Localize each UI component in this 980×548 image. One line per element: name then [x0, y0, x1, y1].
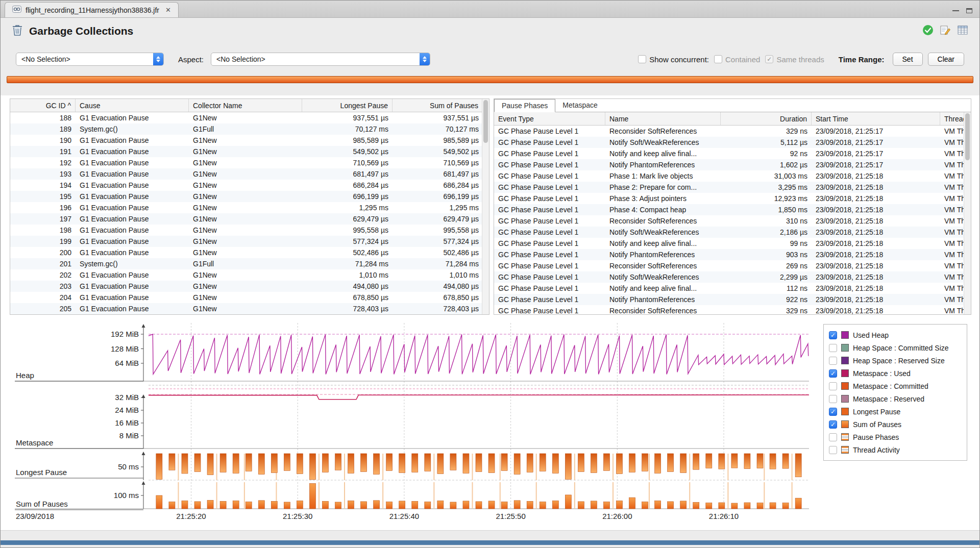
column-header[interactable]: GC ID ^ [10, 99, 76, 112]
svg-text:64 MiB: 64 MiB [115, 359, 139, 367]
time-range-bar[interactable] [7, 76, 973, 83]
svg-text:24 MiB: 24 MiB [115, 406, 139, 414]
table-cell: G1 Evacuation Pause [76, 269, 189, 281]
phases-tab-bar: Pause PhasesMetaspace [494, 99, 971, 112]
column-header[interactable]: Event Type [494, 112, 605, 125]
table-row[interactable]: GC Phase Pause Level 1Reconsider SoftRef… [494, 260, 964, 271]
table-row[interactable]: GC Phase Pause Level 1Notify PhantomRefe… [494, 249, 964, 260]
table-row[interactable]: GC Phase Pause Level 1Notify and keep al… [494, 238, 964, 249]
table-row[interactable]: GC Phase Pause Level 1Phase 1: Mark live… [494, 170, 964, 182]
table-row[interactable]: 200G1 Evacuation PauseG1New502,486 µs502… [10, 247, 482, 258]
table-cell: 494,080 µs [393, 281, 482, 292]
legend-checkbox[interactable] [829, 433, 837, 441]
scrollbar-thumb[interactable] [483, 100, 488, 143]
contained-checkbox[interactable] [714, 55, 722, 63]
table-row[interactable]: GC Phase Pause Level 1Notify and keep al… [494, 283, 964, 294]
table-row[interactable]: 203G1 Evacuation PauseG1New494,080 µs494… [10, 281, 482, 292]
table-row[interactable]: GC Phase Pause Level 1Phase 2: Prepare f… [494, 182, 964, 193]
legend-label: Metaspace : Committed [853, 382, 928, 390]
column-header[interactable]: Cause [76, 99, 189, 112]
table-row[interactable]: GC Phase Pause Level 1Phase 4: Compact h… [494, 204, 964, 215]
table-cell: 577,324 µs [302, 236, 393, 247]
table-cell: G1New [189, 236, 302, 247]
table-row[interactable]: 190G1 Evacuation PauseG1New985,589 µs985… [10, 135, 482, 146]
table-row[interactable]: 205G1 Evacuation PauseG1New728,403 µs728… [10, 303, 482, 314]
table-row[interactable]: GC Phase Pause Level 1Reconsider SoftRef… [494, 126, 964, 137]
legend-label: Metaspace : Reserved [853, 395, 924, 403]
maximize-icon[interactable] [966, 8, 972, 13]
table-cell: 629,479 µs [302, 213, 393, 225]
clear-button[interactable]: Clear [928, 53, 964, 66]
table-row[interactable]: 204G1 Evacuation PauseG1New678,850 µs678… [10, 292, 482, 303]
legend-checkbox[interactable] [829, 382, 837, 390]
legend-checkbox[interactable] [829, 446, 837, 454]
column-header[interactable]: Thread [940, 112, 965, 125]
column-header[interactable]: Collector Name [189, 99, 302, 112]
minimize-icon[interactable] [952, 10, 959, 11]
legend-checkbox[interactable]: ✓ [829, 408, 837, 416]
table-row[interactable]: 201System.gc()G1Full71,284 ms71,284 ms [10, 258, 482, 269]
phases-table-scrollbar[interactable] [964, 112, 971, 314]
aspect-dropdown[interactable]: <No Selection> [211, 53, 430, 66]
table-row[interactable]: 197G1 Evacuation PauseG1New629,479 µs629… [10, 213, 482, 225]
tab-metaspace[interactable]: Metaspace [555, 99, 604, 112]
column-header[interactable]: Longest Pause [302, 99, 393, 112]
table-row[interactable]: GC Phase Pause Level 1Reconsider SoftRef… [494, 215, 964, 227]
ok-status-icon[interactable] [922, 24, 934, 38]
table-view-icon[interactable] [957, 24, 968, 38]
table-cell: 23/09/2018, 21:25:17 [812, 137, 940, 148]
table-row[interactable]: GC Phase Pause Level 1Notify Soft/WeakRe… [494, 227, 964, 238]
table-row[interactable]: 194G1 Evacuation PauseG1New686,284 µs686… [10, 180, 482, 191]
legend-item: Heap Space : Committed Size [829, 341, 962, 354]
gc-chart[interactable]: HeapMetaspaceLongest PauseSum of Pauses1… [10, 320, 817, 521]
column-header[interactable]: Name [605, 112, 721, 125]
table-row[interactable]: GC Phase Pause Level 1Reconsider SoftRef… [494, 305, 964, 314]
legend-checkbox[interactable] [829, 357, 837, 365]
table-row[interactable]: 198G1 Evacuation PauseG1New995,558 µs995… [10, 225, 482, 236]
legend-checkbox[interactable]: ✓ [829, 369, 837, 378]
same-threads-checkbox[interactable]: ✓ [765, 55, 773, 63]
column-header[interactable]: Duration [721, 112, 812, 125]
table-row[interactable]: 202G1 Evacuation PauseG1New1,010 ms1,010… [10, 269, 482, 281]
table-row[interactable]: GC Phase Pause Level 1Notify PhantomRefe… [494, 159, 964, 170]
gc-filter-dropdown[interactable]: <No Selection> [16, 53, 164, 66]
table-row[interactable]: GC Phase Pause Level 1Notify and keep al… [494, 148, 964, 159]
table-row[interactable]: GC Phase Pause Level 1Notify Soft/WeakRe… [494, 137, 964, 148]
column-header[interactable]: Start Time [812, 112, 940, 125]
table-row[interactable]: 188G1 Evacuation PauseG1New937,551 µs937… [10, 112, 482, 123]
legend-checkbox[interactable] [829, 395, 837, 403]
table-cell: Reconsider SoftReferences [605, 126, 721, 137]
editor-tab-flight-recording[interactable]: flight_recording_11Harnessjython38836.jf… [5, 2, 179, 17]
table-row[interactable]: 193G1 Evacuation PauseG1New681,497 µs681… [10, 168, 482, 180]
table-row[interactable]: 196G1 Evacuation PauseG1New1,295 ms1,295… [10, 202, 482, 213]
table-cell: 31,003 ms [721, 170, 812, 182]
legend-checkbox[interactable] [829, 344, 837, 352]
scrollbar-thumb[interactable] [965, 113, 970, 160]
legend-checkbox[interactable]: ✓ [829, 420, 837, 429]
table-row[interactable]: 192G1 Evacuation PauseG1New710,569 µs710… [10, 157, 482, 168]
table-cell: 985,589 µs [393, 135, 482, 146]
table-row[interactable]: GC Phase Pause Level 1Notify Soft/WeakRe… [494, 271, 964, 283]
table-cell: G1New [189, 180, 302, 191]
table-row[interactable]: GC Phase Pause Level 1Notify PhantomRefe… [494, 294, 964, 305]
legend-checkbox[interactable]: ✓ [829, 331, 837, 339]
gc-table-scrollbar[interactable] [482, 99, 489, 314]
table-cell: 23/09/2018, 21:25:18 [812, 170, 940, 182]
header-action-icons [922, 24, 968, 38]
set-button[interactable]: Set [893, 53, 923, 66]
table-row[interactable]: 199G1 Evacuation PauseG1New577,324 µs577… [10, 236, 482, 247]
edit-report-icon[interactable] [940, 24, 951, 38]
table-row[interactable]: 195G1 Evacuation PauseG1New696,199 µs696… [10, 191, 482, 202]
page-header: Garbage Collections [1, 18, 979, 44]
legend-swatch-icon [841, 408, 849, 415]
show-concurrent-checkbox[interactable] [638, 55, 646, 63]
column-header[interactable]: Sum of Pauses [393, 99, 483, 112]
table-row[interactable]: 189System.gc()G1Full70,127 ms70,127 ms [10, 123, 482, 135]
table-row[interactable]: 191G1 Evacuation PauseG1New549,502 µs549… [10, 146, 482, 157]
table-cell: G1New [189, 247, 302, 258]
table-row[interactable]: GC Phase Pause Level 1Phase 3: Adjust po… [494, 193, 964, 204]
show-concurrent-label: Show concurrent: [649, 55, 709, 64]
table-cell: 198 [10, 225, 76, 236]
close-tab-icon[interactable]: ✕ [165, 6, 171, 14]
tab-pause-phases[interactable]: Pause Phases [494, 99, 555, 112]
